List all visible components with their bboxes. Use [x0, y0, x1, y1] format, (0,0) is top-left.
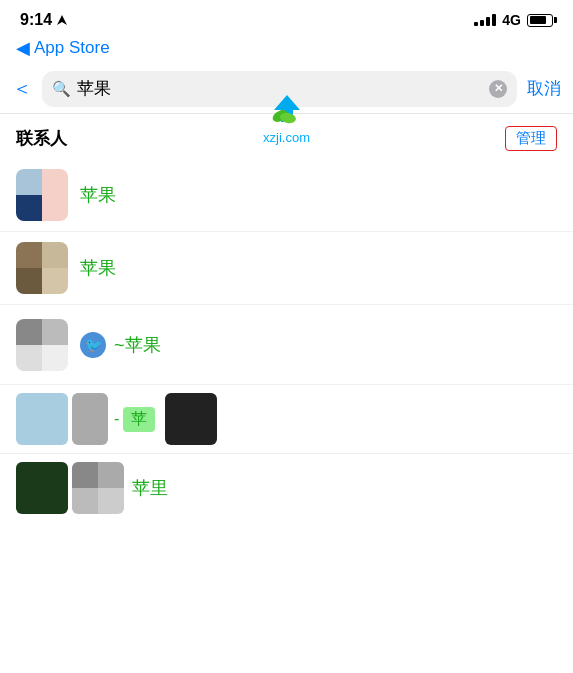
contact-avatar-3-wrap: [16, 319, 68, 371]
svg-marker-0: [57, 15, 67, 25]
contact-item-1[interactable]: 苹果: [0, 159, 573, 231]
contact-avatar-3: [16, 319, 68, 371]
contact-name-4-wrap: - 苹: [114, 407, 155, 432]
status-time: 9:14: [20, 11, 68, 29]
contact-avatar-1: [16, 169, 68, 221]
contact-avatars-4: [16, 393, 108, 445]
network-label: 4G: [502, 12, 521, 28]
contact-name-3: ~苹果: [114, 333, 161, 357]
time-label: 9:14: [20, 11, 52, 29]
contact-name-chip-4: 苹: [123, 407, 155, 432]
battery-icon: [527, 14, 553, 27]
clear-search-button[interactable]: ✕: [489, 80, 507, 98]
status-right: 4G: [474, 12, 553, 28]
search-bar: ＜ 🔍 苹果 ✕ 取消: [0, 64, 573, 114]
contact-item-4[interactable]: - 苹: [0, 384, 573, 453]
back-arrow-icon: ◀: [16, 37, 30, 59]
search-query[interactable]: 苹果: [77, 77, 483, 100]
app-store-label: App Store: [34, 38, 110, 58]
bird-icon: 🐦: [80, 332, 106, 358]
search-icon: 🔍: [52, 80, 71, 98]
contacts-title: 联系人: [16, 127, 67, 150]
contact-name-1: 苹果: [80, 183, 116, 207]
contact-name-5: 苹里: [132, 476, 168, 500]
signal-icon: [474, 14, 496, 26]
contact-item-5[interactable]: 苹里: [0, 453, 573, 522]
contacts-section-header: 联系人 管理: [0, 114, 573, 159]
location-icon: [56, 14, 68, 26]
avatar-4-blue: [16, 393, 68, 445]
avatar-4-gray: [72, 393, 108, 445]
avatar-5-dark: [16, 462, 68, 514]
contact-avatars-5: [16, 462, 124, 514]
contact-avatar-2: [16, 242, 68, 294]
contact-name-prefix-4: -: [114, 410, 119, 428]
manage-button[interactable]: 管理: [505, 126, 557, 151]
search-input-wrap: 🔍 苹果 ✕: [42, 71, 517, 107]
avatar-5-grid: [72, 462, 124, 514]
app-store-back-nav[interactable]: ◀ App Store: [0, 36, 573, 64]
contact-item-3[interactable]: 🐦 ~苹果: [0, 304, 573, 384]
status-bar: 9:14 4G: [0, 0, 573, 36]
cancel-button[interactable]: 取消: [527, 77, 561, 100]
contact-item-2[interactable]: 苹果: [0, 231, 573, 304]
contact-name-2: 苹果: [80, 256, 116, 280]
avatar-4-dark: [165, 393, 217, 445]
search-back-button[interactable]: ＜: [12, 75, 32, 102]
